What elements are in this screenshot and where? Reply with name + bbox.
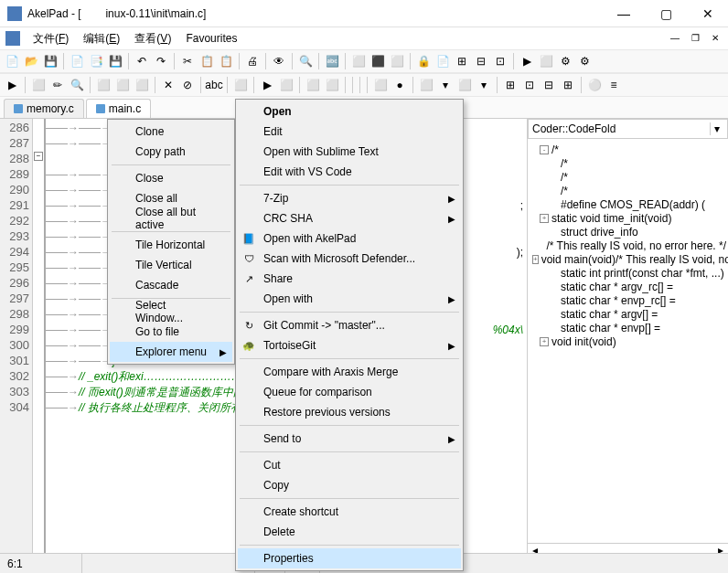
menu-item-close[interactable]: Close (110, 168, 232, 188)
toolbar-button[interactable]: ⊟ (473, 53, 489, 69)
toolbar-button[interactable]: 💾 (107, 53, 123, 69)
outline-node[interactable]: +void init(void) (530, 334, 726, 348)
toolbar-button[interactable]: 📋 (218, 53, 234, 69)
toolbar-button[interactable]: 🔒 (415, 53, 432, 69)
tree-toggle[interactable]: - (540, 145, 549, 154)
toolbar-button[interactable]: ⚪ (586, 77, 603, 93)
menu-item-open-with-akelpad[interactable]: 📘Open with AkelPad (238, 228, 461, 249)
toolbar-button[interactable]: ▶ (519, 53, 535, 69)
tree-toggle[interactable]: + (540, 337, 549, 346)
menu-编辑(E)[interactable]: 编辑(E) (76, 30, 127, 47)
fold-marker[interactable]: − (34, 152, 43, 161)
toolbar-button[interactable]: 📄 (69, 53, 85, 69)
toolbar-button[interactable]: 🔤 (324, 53, 340, 69)
toolbar-button[interactable]: ⬜ (278, 77, 294, 93)
tab-memory.c[interactable]: memory.c (4, 99, 84, 118)
toolbar-button[interactable]: ⊡ (492, 53, 509, 69)
toolbar-button[interactable]: ⬜ (134, 77, 150, 93)
menu-item-cascade[interactable]: Cascade (110, 275, 232, 295)
toolbar-button[interactable]: ⬜ (30, 77, 47, 93)
toolbar-button[interactable]: ⬜ (389, 53, 405, 69)
outline-node[interactable]: -/* (530, 143, 726, 156)
toolbar-button[interactable]: ⬜ (538, 53, 554, 69)
menu-item-tile-vertical[interactable]: Tile Vertical (110, 255, 232, 275)
outline-node[interactable]: /* (530, 170, 726, 184)
fold-column[interactable]: − (33, 119, 46, 557)
outline-node[interactable]: /* (530, 156, 726, 170)
toolbar-button[interactable]: ● (391, 77, 408, 93)
toolbar-button[interactable]: ⊘ (179, 77, 196, 93)
menu-item-7-zip[interactable]: 7-Zip▶ (238, 188, 461, 208)
menu-item-tortoisegit[interactable]: 🐢TortoiseGit▶ (238, 335, 461, 355)
code-outline-tree[interactable]: -/*/*/*/*#define CMOS_READ(addr) (+stati… (528, 139, 728, 543)
toolbar-button[interactable]: ⬜ (372, 77, 389, 93)
toolbar-button[interactable]: ⊞ (454, 53, 470, 69)
toolbar-button[interactable]: ⊞ (560, 77, 576, 93)
tab-main.c[interactable]: main.c (86, 99, 151, 118)
toolbar-button[interactable]: 📄 (4, 53, 20, 69)
menu-item-properties[interactable]: Properties (238, 548, 461, 568)
menu-item-open[interactable]: Open (238, 101, 461, 122)
tab-context-menu[interactable]: CloneCopy pathCloseClose allClose all bu… (107, 119, 235, 365)
outline-node[interactable]: +void main(void)/* This really IS void, … (530, 252, 726, 266)
toolbar-button[interactable]: ⬜ (324, 77, 340, 93)
toolbar-button[interactable]: 🖨 (244, 53, 261, 69)
toolbar-button[interactable]: 💾 (42, 53, 59, 69)
toolbar-button[interactable]: ▶ (4, 77, 20, 93)
menu-item-crc-sha[interactable]: CRC SHA▶ (238, 208, 461, 228)
toolbar-button[interactable]: ⬜ (232, 77, 249, 93)
toolbar-button[interactable]: ↶ (134, 53, 150, 69)
toolbar-button[interactable]: ⬜ (114, 77, 131, 93)
mdi-close-button[interactable]: ✕ (708, 31, 723, 46)
menu-item-send-to[interactable]: Send to▶ (238, 429, 461, 449)
toolbar-button[interactable]: ⬜ (305, 77, 321, 93)
outline-node[interactable]: struct drive_info (530, 225, 726, 239)
tree-toggle[interactable]: + (540, 214, 549, 223)
menu-item-open-with[interactable]: Open with▶ (238, 289, 461, 309)
menu-item-go-to-file[interactable]: Go to file (110, 322, 232, 342)
toolbar-button[interactable]: 📑 (88, 53, 104, 69)
outline-node[interactable]: static char * envp[] = (530, 321, 726, 334)
outline-node[interactable]: /* This really IS void, no error here. *… (530, 239, 726, 252)
menu-Favourites[interactable]: Favourites (178, 30, 244, 47)
toolbar-button[interactable]: ⬜ (350, 53, 367, 69)
menu-文件(F)[interactable]: 文件(F) (26, 30, 76, 47)
menu-item-close-all-but-active[interactable]: Close all but active (110, 208, 232, 228)
toolbar-button[interactable]: ▾ (437, 77, 454, 93)
close-button[interactable]: ✕ (695, 6, 721, 21)
toolbar-button[interactable]: 👁 (271, 53, 287, 69)
toolbar-button[interactable]: ⚙ (576, 53, 593, 69)
toolbar-button[interactable]: ⬜ (95, 77, 112, 93)
toolbar-button[interactable]: ↷ (153, 53, 169, 69)
toolbar-button[interactable]: ⊟ (541, 77, 557, 93)
mdi-min-button[interactable]: — (668, 31, 682, 46)
menu-item-edit[interactable]: Edit (238, 122, 461, 142)
toolbar-button[interactable]: ⬛ (369, 53, 386, 69)
toolbar-button[interactable]: ≡ (605, 77, 622, 93)
menu-item-select-window-[interactable]: Select Window... (110, 302, 232, 322)
menu-item-compare-with-araxis-merge[interactable]: Compare with Araxis Merge (238, 362, 461, 382)
menu-item-open-with-sublime-text[interactable]: Open with Sublime Text (238, 142, 461, 162)
toolbar-button[interactable]: ▶ (259, 77, 275, 93)
toolbar-button[interactable]: ⬜ (418, 77, 434, 93)
outline-node[interactable]: static char * argv[] = (530, 307, 726, 321)
menu-item-queue-for-comparison[interactable]: Queue for comparison (238, 382, 461, 402)
outline-node[interactable]: /* (530, 184, 726, 197)
toolbar-button[interactable]: ⊡ (521, 77, 538, 93)
menu-item-share[interactable]: ↗Share (238, 269, 461, 289)
menu-查看(V)[interactable]: 查看(V) (127, 30, 178, 47)
menu-item-tile-horizontal[interactable]: Tile Horizontal (110, 235, 232, 255)
menu-item-scan-with-microsoft-defender-[interactable]: 🛡Scan with Microsoft Defender... (238, 249, 461, 269)
coder-dropdown[interactable]: Coder::CodeFold ▾ (528, 119, 728, 139)
menu-item-cut[interactable]: Cut (238, 455, 461, 475)
outline-node[interactable]: static char * envp_rc[] = (530, 293, 726, 307)
menu-item-edit-with-vs-code[interactable]: Edit with VS Code (238, 162, 461, 182)
toolbar-button[interactable]: 🔍 (69, 77, 85, 93)
toolbar-button[interactable]: ⬜ (456, 77, 473, 93)
menu-item-clone[interactable]: Clone (110, 122, 232, 142)
outline-node[interactable]: static int printf(const char *fmt, ...) (530, 266, 726, 280)
toolbar-button[interactable]: 📋 (198, 53, 215, 69)
minimize-button[interactable]: — (611, 6, 637, 21)
outline-node[interactable]: static char * argv_rc[] = (530, 280, 726, 293)
chevron-down-icon[interactable]: ▾ (710, 122, 723, 135)
